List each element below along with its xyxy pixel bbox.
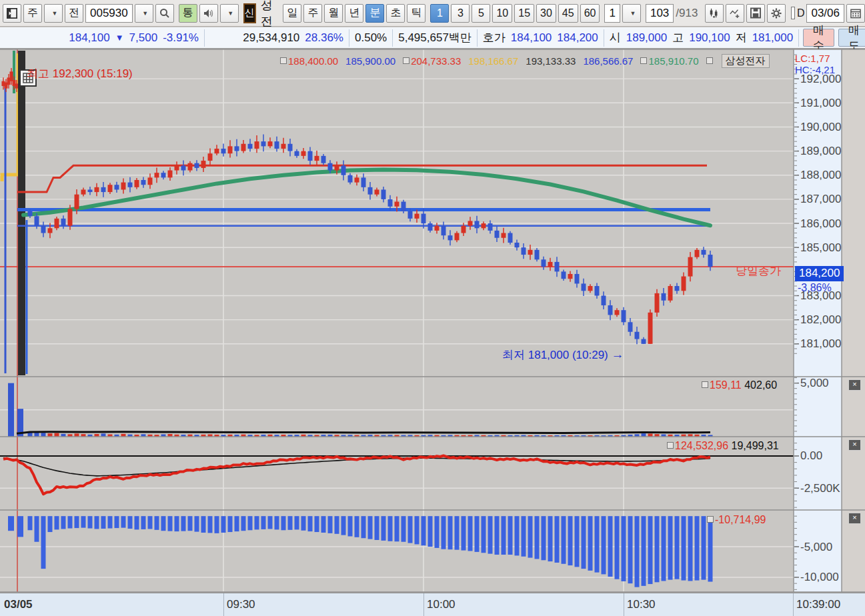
time-axis-label: 10:30 bbox=[627, 598, 656, 611]
time-axis-divider bbox=[624, 593, 624, 616]
time-axis-label: 10:39:00 bbox=[796, 598, 840, 611]
legend-box-icon bbox=[702, 381, 708, 388]
svg-text:188,000: 188,000 bbox=[800, 169, 841, 181]
day-low-annotation: 최저 181,000 (10:29) → bbox=[502, 347, 624, 363]
volume-readout: 159,11 402,60 bbox=[702, 379, 777, 391]
plot-background bbox=[0, 49, 794, 592]
legend-item: 193,133.33 bbox=[526, 55, 576, 67]
legend-item: 185,900.00 bbox=[345, 55, 395, 67]
right-scroll-strip bbox=[842, 49, 865, 592]
legend-box-icon bbox=[707, 516, 714, 523]
close-ind2-panel-button[interactable]: × bbox=[848, 439, 861, 451]
svg-text:5,000: 5,000 bbox=[800, 377, 829, 389]
time-axis-divider bbox=[793, 593, 794, 616]
lc-hc-readout: LC:1,77 HC:-4,21 bbox=[795, 53, 835, 75]
ind2-readout: 124,532,96 19,499,31 bbox=[667, 440, 779, 452]
day-high-annotation: 최고 192,300 (15:19) bbox=[27, 66, 133, 81]
legend-item: 204,733.33 bbox=[403, 55, 461, 67]
indicator-legend: 188,400.00185,900.00204,733.33198,166.67… bbox=[280, 54, 770, 68]
time-axis[interactable]: 03/0509:3010:0010:3010:39:00 bbox=[0, 593, 865, 616]
legend-item: 188,400.00 bbox=[280, 55, 338, 67]
time-axis-divider bbox=[223, 593, 224, 616]
current-price-box: 184,200 bbox=[795, 266, 844, 281]
lc-value: LC:1,77 bbox=[795, 53, 835, 64]
current-change-label: -3,86% bbox=[798, 282, 832, 294]
arrow-right-icon: → bbox=[612, 347, 624, 361]
legend-item: 186,566.67 bbox=[583, 55, 633, 67]
svg-text:186,000: 186,000 bbox=[800, 217, 841, 230]
svg-text:190,000: 190,000 bbox=[800, 121, 841, 133]
time-axis-divider bbox=[423, 593, 424, 616]
ind3-readout: -10,714,99 bbox=[707, 514, 766, 526]
svg-text:-5,000: -5,000 bbox=[800, 541, 832, 553]
svg-text:185,000: 185,000 bbox=[800, 241, 841, 254]
svg-text:-2,500K: -2,500K bbox=[800, 482, 840, 495]
svg-text:187,000: 187,000 bbox=[800, 193, 841, 205]
close-volume-panel-button[interactable]: × bbox=[848, 379, 861, 391]
svg-text:0.00: 0.00 bbox=[800, 449, 822, 462]
legend-item bbox=[706, 55, 714, 67]
legend-item: 198,166.67 bbox=[468, 55, 518, 67]
legend-box-icon bbox=[667, 442, 674, 449]
time-axis-label: 09:30 bbox=[227, 598, 255, 611]
time-axis-label: 03/05 bbox=[4, 598, 33, 611]
svg-text:189,000: 189,000 bbox=[800, 145, 841, 157]
symbol-chip: 삼성전자 bbox=[722, 54, 770, 68]
svg-text:181,000: 181,000 bbox=[800, 337, 841, 350]
hc-value: HC:-4,21 bbox=[795, 64, 835, 75]
svg-text:182,000: 182,000 bbox=[800, 313, 841, 326]
close-ind3-panel-button[interactable]: × bbox=[848, 513, 861, 524]
svg-text:191,000: 191,000 bbox=[800, 97, 841, 109]
time-axis-label: 10:00 bbox=[427, 598, 456, 611]
close-line-label: 당일종가 bbox=[736, 263, 781, 279]
legend-item: 185,910.70 bbox=[640, 55, 698, 67]
svg-text:-10,000: -10,000 bbox=[800, 571, 839, 583]
